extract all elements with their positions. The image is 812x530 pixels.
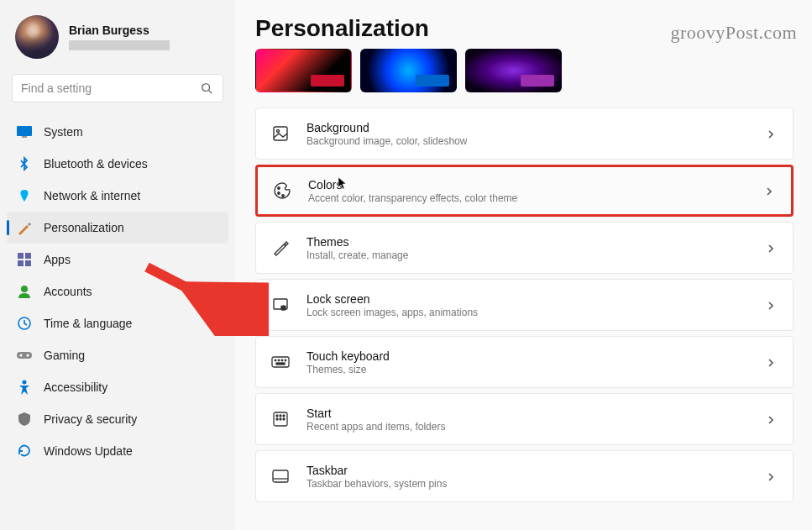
search-wrap — [7, 71, 228, 116]
system-icon — [17, 124, 32, 139]
theme-preview-row — [255, 49, 794, 92]
sidebar-item-time[interactable]: Time & language — [7, 307, 228, 339]
theme-thumb[interactable] — [360, 49, 457, 92]
sidebar-item-accessibility[interactable]: Accessibility — [7, 371, 228, 403]
svg-rect-34 — [273, 470, 288, 482]
svg-point-28 — [276, 415, 278, 417]
settings-list: Background Background image, color, slid… — [255, 108, 794, 502]
apps-icon — [17, 252, 32, 267]
svg-point-17 — [278, 192, 280, 194]
svg-point-11 — [20, 354, 23, 357]
svg-rect-26 — [276, 363, 285, 365]
profile-info: Brian Burgess — [69, 24, 170, 50]
setting-background[interactable]: Background Background image, color, slid… — [255, 108, 794, 160]
svg-point-30 — [283, 415, 285, 417]
svg-rect-2 — [17, 126, 32, 136]
sidebar-item-accounts[interactable]: Accounts — [7, 275, 228, 307]
chevron-right-icon — [764, 185, 776, 197]
svg-point-22 — [275, 359, 276, 361]
setting-title: Lock screen — [306, 292, 749, 306]
setting-text: Taskbar Taskbar behaviors, system pins — [306, 464, 749, 490]
theme-thumb[interactable] — [465, 49, 562, 92]
sidebar-item-network[interactable]: Network & internet — [7, 180, 228, 212]
setting-start[interactable]: Start Recent apps and items, folders — [255, 393, 794, 445]
sidebar-item-personalization[interactable]: Personalization — [7, 212, 228, 244]
nav-label: Accounts — [44, 285, 92, 298]
svg-point-33 — [283, 418, 285, 420]
svg-point-13 — [23, 380, 27, 385]
setting-desc: Lock screen images, apps, animations — [306, 307, 749, 318]
nav-label: Windows Update — [44, 444, 133, 458]
themes-icon — [271, 239, 290, 257]
svg-point-12 — [27, 354, 29, 357]
svg-rect-21 — [272, 357, 289, 367]
search-input[interactable] — [21, 81, 199, 95]
page-title: Personalization — [255, 15, 794, 42]
setting-lockscreen[interactable]: Lock screen Lock screen images, apps, an… — [255, 279, 794, 331]
svg-rect-7 — [25, 260, 31, 266]
avatar — [15, 15, 59, 59]
lockscreen-icon — [271, 296, 290, 314]
nav-list: System Bluetooth & devices Network & int… — [7, 116, 228, 467]
taskbar-icon — [271, 467, 290, 485]
nav-label: Time & language — [44, 317, 132, 330]
accounts-icon — [17, 284, 32, 299]
privacy-icon — [17, 412, 32, 427]
theme-accent-swatch — [521, 75, 554, 87]
sidebar-item-system[interactable]: System — [7, 116, 228, 148]
profile-section[interactable]: Brian Burgess — [7, 8, 228, 71]
setting-title: Colors — [308, 178, 747, 192]
setting-desc: Themes, size — [306, 364, 749, 375]
svg-line-1 — [209, 91, 212, 94]
sidebar-item-gaming[interactable]: Gaming — [7, 339, 228, 371]
theme-accent-swatch — [311, 75, 344, 87]
nav-label: Network & internet — [44, 189, 140, 202]
setting-touch-keyboard[interactable]: Touch keyboard Themes, size — [255, 336, 794, 388]
setting-text: Touch keyboard Themes, size — [306, 349, 749, 375]
sidebar-item-privacy[interactable]: Privacy & security — [7, 403, 228, 435]
setting-text: Background Background image, color, slid… — [306, 121, 749, 147]
nav-label: Gaming — [44, 349, 85, 362]
nav-label: Personalization — [44, 221, 124, 234]
setting-taskbar[interactable]: Taskbar Taskbar behaviors, system pins — [255, 450, 794, 502]
svg-point-15 — [277, 130, 280, 133]
setting-colors[interactable]: Colors Accent color, transparency effect… — [255, 165, 794, 217]
colors-icon — [273, 181, 291, 200]
gaming-icon — [17, 348, 32, 363]
sidebar-item-update[interactable]: Windows Update — [7, 435, 228, 467]
nav-label: Privacy & security — [44, 412, 137, 426]
search-box[interactable] — [12, 74, 223, 102]
chevron-right-icon — [766, 242, 778, 254]
settings-window: Brian Burgess System Bluetooth & devices — [0, 0, 812, 530]
setting-desc: Taskbar behaviors, system pins — [306, 478, 749, 490]
setting-text: Colors Accent color, transparency effect… — [308, 178, 747, 204]
setting-title: Background — [306, 121, 749, 134]
theme-thumb[interactable] — [255, 49, 352, 92]
update-icon — [17, 443, 32, 459]
svg-rect-4 — [18, 253, 24, 259]
svg-point-18 — [282, 195, 284, 197]
svg-point-32 — [280, 418, 281, 420]
svg-rect-14 — [274, 127, 287, 140]
chevron-right-icon — [766, 356, 778, 368]
setting-title: Touch keyboard — [306, 349, 749, 363]
sidebar-item-bluetooth[interactable]: Bluetooth & devices — [7, 148, 228, 180]
search-icon — [199, 81, 214, 96]
svg-point-31 — [276, 418, 278, 420]
svg-point-16 — [278, 187, 280, 189]
sidebar: Brian Burgess System Bluetooth & devices — [0, 0, 235, 530]
svg-rect-10 — [17, 352, 32, 359]
background-icon — [271, 124, 290, 143]
setting-text: Start Recent apps and items, folders — [306, 407, 749, 433]
svg-rect-6 — [18, 260, 24, 266]
setting-desc: Accent color, transparency effects, colo… — [308, 192, 747, 204]
setting-desc: Install, create, manage — [306, 249, 749, 261]
svg-point-0 — [202, 84, 210, 92]
nav-label: System — [44, 125, 83, 139]
svg-rect-5 — [25, 253, 31, 259]
setting-themes[interactable]: Themes Install, create, manage — [255, 222, 794, 274]
network-icon — [17, 188, 32, 203]
svg-point-8 — [21, 286, 28, 292]
bluetooth-icon — [17, 156, 32, 171]
sidebar-item-apps[interactable]: Apps — [7, 244, 228, 275]
